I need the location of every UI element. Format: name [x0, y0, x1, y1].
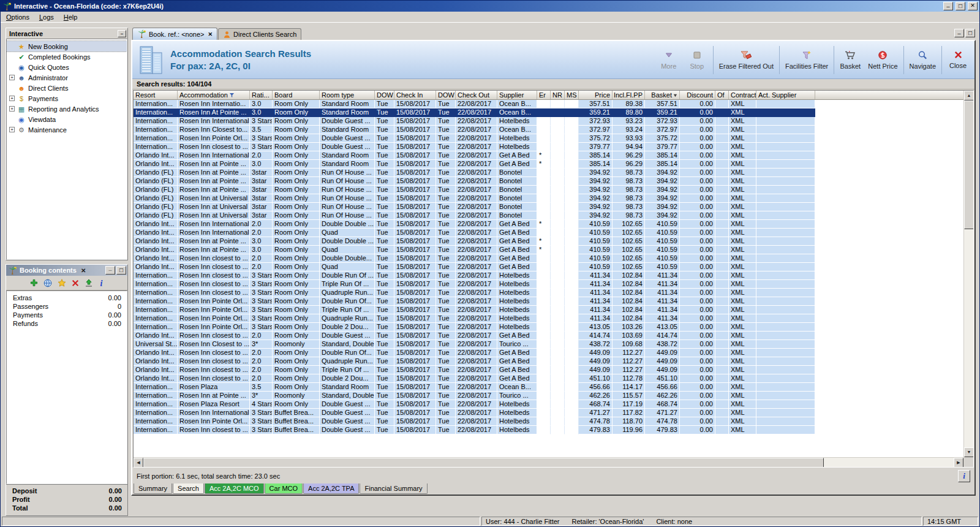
sidebar-item-reporting-and-analytics[interactable]: +▦Reporting and Analytics [7, 104, 127, 114]
scroll-up-icon[interactable]: ▲ [964, 91, 974, 100]
booking-maximize-icon[interactable] [116, 266, 126, 275]
scroll-right-icon[interactable]: ▶ [954, 458, 963, 468]
column-header-contract[interactable]: Contract [729, 91, 756, 99]
column-header-act_supplier[interactable]: Act. Supplier [756, 91, 815, 99]
upload-icon[interactable] [85, 279, 93, 287]
vertical-scroll-thumb[interactable] [964, 100, 974, 229]
table-row[interactable]: Orlando Int...Rosen Inn closest to ...2.… [134, 374, 963, 383]
toolbar-button-facilities-filter[interactable]: Facilities Filter [782, 44, 832, 77]
column-header-accommodation[interactable]: Accommodation [178, 91, 250, 99]
sidebar-item-maintenance[interactable]: +⚙Maintenance [7, 124, 127, 135]
scroll-left-icon[interactable]: ◀ [134, 458, 143, 468]
table-row[interactable]: Internation...Rosen Inn Pointe Orl...3 S… [134, 297, 963, 306]
sidebar-item-completed-bookings[interactable]: ✔Completed Bookings [7, 51, 127, 62]
table-row[interactable]: Orlando Int...Rosen Inn closest to ...2.… [134, 263, 963, 271]
column-header-incl_fl_pp[interactable]: Incl.Fl.PP [612, 91, 645, 99]
table-row[interactable]: Orlando (FL)Rosen Inn at Universal3starR… [134, 211, 963, 220]
booking-minimize-icon[interactable] [105, 266, 115, 275]
table-row[interactable]: Internation...Rosen Inn closest to ...3 … [134, 143, 963, 151]
horizontal-scrollbar[interactable]: ◀ ▶ [134, 457, 963, 467]
table-row[interactable]: Internation...Rosen Inn Pointe Orl...3 S… [134, 306, 963, 314]
expand-plus-icon[interactable]: + [9, 96, 15, 101]
column-header-er[interactable]: Er [537, 91, 551, 99]
table-row[interactable]: Internation...Rosen Inn Internatio...3.0… [134, 100, 963, 108]
column-header-board[interactable]: Board [273, 91, 320, 99]
table-row[interactable]: Universal St...Rosen Inn Closest to ...3… [134, 340, 963, 349]
menu-options[interactable]: Options [1, 12, 34, 22]
column-header-rating[interactable]: Rati... [250, 91, 273, 99]
info-icon[interactable]: i [99, 279, 104, 287]
minimize-icon[interactable] [943, 2, 953, 10]
table-row[interactable]: Internation...Rosen Inn International3 S… [134, 117, 963, 126]
add-icon[interactable] [30, 279, 38, 287]
filter-funnel-icon[interactable] [229, 93, 235, 98]
table-row[interactable]: Orlando Int...Rosen Inn closest to ...2.… [134, 349, 963, 357]
table-row[interactable]: Internation...Rosen Inn Pointe Orl...3 S… [134, 323, 963, 332]
sidebar-item-direct-clients[interactable]: ☻Direct Clients [7, 83, 127, 93]
bottom-tab-acc-2a-2c-tpa[interactable]: Acc 2A,2C TPA [303, 483, 359, 494]
table-row[interactable]: Orlando Int...Rosen Inn closest to ...2.… [134, 357, 963, 366]
scroll-down-icon[interactable]: ▼ [964, 447, 974, 457]
toolbar-button-close[interactable]: Close [944, 44, 972, 77]
horizontal-scroll-thumb[interactable] [143, 458, 824, 468]
table-row[interactable]: Orlando (FL)Rosen Inn at Pointe ...3star… [134, 177, 963, 186]
maximize-icon[interactable] [956, 2, 965, 10]
expand-plus-icon[interactable]: + [9, 127, 15, 132]
table-row[interactable]: Internation...Rosen Inn closest to ...3 … [134, 280, 963, 289]
mdi-minimize-icon[interactable] [954, 29, 964, 37]
table-row[interactable]: Orlando (FL)Rosen Inn at Pointe ...3star… [134, 169, 963, 177]
booking-close-icon[interactable]: ✕ [79, 267, 88, 274]
bottom-tab-summary[interactable]: Summary [134, 483, 172, 494]
tab-close-icon[interactable]: ✕ [207, 31, 213, 37]
menu-help[interactable]: Help [59, 12, 83, 22]
bottom-tab-car-mco[interactable]: Car MCO [265, 483, 303, 494]
table-row[interactable]: Orlando Int...Rosen Inn at Pointe ...3.0… [134, 237, 963, 246]
toolbar-button-navigate[interactable]: Navigate [906, 44, 940, 77]
table-row[interactable]: Internation...Rosen Inn closest to ...3 … [134, 426, 963, 434]
table-row[interactable]: Orlando (FL)Rosen Inn at Pointe ...3star… [134, 186, 963, 194]
column-header-ms[interactable]: MS [565, 91, 579, 99]
table-row[interactable]: Orlando Int...Rosen Inn at Pointe ...3.0… [134, 160, 963, 169]
table-row[interactable]: Orlando Int...Rosen Inn International2.0… [134, 151, 963, 160]
table-row[interactable]: Orlando (FL)Rosen Inn at Universal3starR… [134, 203, 963, 211]
column-header-discount[interactable]: Discount [680, 91, 715, 99]
table-row[interactable]: Internation...Rosen Plaza Resort4 StarsR… [134, 400, 963, 409]
column-header-basket[interactable]: Basket [645, 91, 680, 99]
table-row[interactable]: Internation...Rosen Inn International3 S… [134, 409, 963, 417]
info-button[interactable]: i [958, 470, 970, 482]
tab-direct-clients-search[interactable]: Direct Clients Search [218, 28, 301, 40]
table-row[interactable]: Internation...Rosen Inn Closest to...3.5… [134, 126, 963, 134]
column-header-nr[interactable]: NR [551, 91, 565, 99]
table-row[interactable]: Orlando Int...Rosen Inn at Pointe ...3.0… [134, 246, 963, 254]
expand-plus-icon[interactable]: + [9, 75, 15, 80]
column-header-supplier[interactable]: Supplier [497, 91, 537, 99]
toolbar-button-nett-price[interactable]: Nett Price [864, 44, 901, 77]
column-header-dow_in[interactable]: DOW [375, 91, 394, 99]
sort-arrow-icon[interactable] [673, 93, 677, 97]
panel-collapse-icon[interactable]: – [118, 30, 126, 37]
bottom-tab-search[interactable]: Search [173, 483, 204, 494]
mdi-restore-icon[interactable] [965, 29, 975, 37]
column-header-of[interactable]: Of [715, 91, 729, 99]
toolbar-button-erase-filtered-out[interactable]: Erase Filtered Out [715, 44, 777, 77]
table-row[interactable]: Internation...Rosen Plaza3.5Room OnlySta… [134, 383, 963, 392]
table-row[interactable]: Internation...Rosen Inn Pointe Orl...3 S… [134, 314, 963, 323]
column-header-room_type[interactable]: Room type [320, 91, 375, 99]
sidebar-item-viewdata[interactable]: ◉Viewdata [7, 114, 127, 124]
column-header-check_out[interactable]: Check Out [456, 91, 497, 99]
table-row[interactable]: Orlando Int...Rosen Inn closest to ...2.… [134, 332, 963, 340]
sidebar-item-new-booking[interactable]: ★New Booking [7, 41, 127, 51]
table-row[interactable]: Orlando Int...Rosen Inn International2.0… [134, 220, 963, 229]
table-row[interactable]: Orlando Int...Rosen Inn closest to ...2.… [134, 254, 963, 263]
delete-icon[interactable] [72, 279, 79, 287]
extras-icon[interactable] [58, 279, 66, 287]
vertical-scrollbar[interactable]: ▲ ▼ [963, 91, 973, 457]
globe-icon[interactable] [43, 279, 52, 287]
table-row[interactable]: Internation...Rosen Inn At Pointe ...3.0… [134, 108, 963, 117]
table-row[interactable]: Orlando (FL)Rosen Inn at Universal3starR… [134, 194, 963, 203]
sidebar-item-quick-quotes[interactable]: ◉Quick Quotes [7, 62, 127, 72]
column-header-dow_out[interactable]: DOW [436, 91, 456, 99]
bottom-tab-financial-summary[interactable]: Financial Summary [360, 483, 427, 494]
sidebar-item-administrator[interactable]: +☻Administrator [7, 72, 127, 83]
bottom-tab-acc-2a-2c-mco[interactable]: Acc 2A,2C MCO [205, 483, 264, 494]
